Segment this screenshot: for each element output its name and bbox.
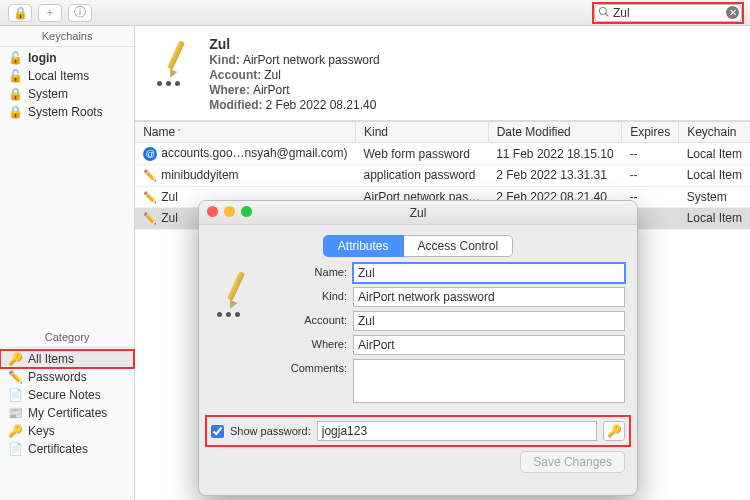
sidebar-item-label: Secure Notes: [28, 388, 101, 402]
keychain-system-roots[interactable]: 🔒System Roots: [0, 103, 134, 121]
search-input[interactable]: [594, 4, 742, 22]
toolbar-left: 🔒 ＋ ⓘ: [8, 4, 92, 22]
add-button[interactable]: ＋: [38, 4, 62, 22]
sidebar-item-label: My Certificates: [28, 406, 107, 420]
cell: 2 Feb 2022 13.31.31: [488, 165, 621, 187]
password-assistant-button[interactable]: 🔑: [603, 421, 625, 441]
pencil-icon: ✏️: [143, 212, 157, 226]
table-header-row: Name˄ Kind Date Modified Expires Keychai…: [135, 122, 750, 143]
note-icon: 📄: [8, 388, 22, 402]
key-icon: 🔑: [8, 352, 22, 366]
category-certificates[interactable]: 📄Certificates: [0, 440, 134, 458]
label-account: Account:: [281, 311, 353, 326]
keychains-list: 🔓login 🔓Local Items 🔒System 🔒System Root…: [0, 47, 134, 123]
label-where: Where:: [281, 335, 353, 350]
col-expires[interactable]: Expires: [622, 122, 679, 143]
cell: 11 Feb 2022 18.15.10: [488, 143, 621, 165]
zoom-window-button[interactable]: [241, 206, 252, 217]
label-name: Name:: [281, 263, 353, 278]
svg-line-1: [606, 13, 609, 16]
modal-title-text: Zul: [410, 206, 427, 220]
category-list: 🔑All Items ✏️Passwords 📄Secure Notes 📰My…: [0, 348, 134, 460]
item-info-modal: Zul Attributes Access Control Name: Kind…: [198, 200, 638, 496]
key-icon: 🔑: [8, 424, 22, 438]
label-comments: Comments:: [281, 359, 353, 374]
col-kind[interactable]: Kind: [355, 122, 488, 143]
keychain-login[interactable]: 🔓login: [0, 49, 134, 67]
show-password-checkbox[interactable]: [211, 425, 224, 438]
name-field[interactable]: [353, 263, 625, 283]
close-window-button[interactable]: [207, 206, 218, 217]
detail-title: Zul: [209, 36, 379, 52]
label-kind: Kind:: [281, 287, 353, 302]
category-my-certificates[interactable]: 📰My Certificates: [0, 404, 134, 422]
cert-icon: 📰: [8, 406, 22, 420]
cell: Local Item: [679, 165, 750, 187]
minimize-window-button[interactable]: [224, 206, 235, 217]
lock-open-icon: 🔓: [8, 51, 22, 65]
lock-closed-icon: 🔒: [8, 87, 22, 101]
clear-search-icon[interactable]: ✕: [726, 6, 739, 19]
col-keychain[interactable]: Keychain: [679, 122, 750, 143]
cell: System: [679, 186, 750, 208]
cell: Local Item: [679, 208, 750, 230]
pencil-icon: ✏️: [143, 190, 157, 204]
detail-account: Account: Zul: [209, 68, 379, 82]
cell: Zul: [161, 211, 178, 225]
keychains-header: Keychains: [0, 26, 134, 47]
cell: application password: [355, 165, 488, 187]
lock-closed-icon: 🔒: [8, 105, 22, 119]
toolbar: 🔒 ＋ ⓘ ✕: [0, 0, 750, 26]
save-changes-button[interactable]: Save Changes: [520, 451, 625, 473]
sidebar: Keychains 🔓login 🔓Local Items 🔒System 🔒S…: [0, 26, 135, 500]
modal-footer: Save Changes: [199, 443, 637, 481]
kind-field[interactable]: [353, 287, 625, 307]
sidebar-item-label: System Roots: [28, 105, 103, 119]
detail-text: Zul Kind: AirPort network password Accou…: [209, 36, 379, 112]
cert-icon: 📄: [8, 442, 22, 456]
tab-access-control[interactable]: Access Control: [404, 235, 514, 257]
category-all-items[interactable]: 🔑All Items: [0, 350, 134, 368]
info-button[interactable]: ⓘ: [68, 4, 92, 22]
pencil-icon: ✏️: [143, 169, 157, 183]
cell: --: [622, 165, 679, 187]
password-field[interactable]: [317, 421, 597, 441]
modal-titlebar[interactable]: Zul: [199, 201, 637, 225]
table-row[interactable]: ✏️minibuddyitem application password 2 F…: [135, 165, 750, 187]
sidebar-item-label: Passwords: [28, 370, 87, 384]
sort-asc-icon: ˄: [177, 128, 182, 138]
cell: Local Item: [679, 143, 750, 165]
show-password-row-highlight: Show password: 🔑: [209, 419, 627, 443]
table-row[interactable]: @accounts.goo…nsyah@gmail.com) Web form …: [135, 143, 750, 165]
col-date[interactable]: Date Modified: [488, 122, 621, 143]
tab-attributes[interactable]: Attributes: [323, 235, 404, 257]
show-password-label: Show password:: [230, 425, 311, 437]
attributes-form: Name: Kind: Account: Where: Comments:: [281, 263, 625, 407]
sidebar-item-label: System: [28, 87, 68, 101]
account-field[interactable]: [353, 311, 625, 331]
category-keys[interactable]: 🔑Keys: [0, 422, 134, 440]
comments-field[interactable]: [353, 359, 625, 403]
where-field[interactable]: [353, 335, 625, 355]
keychain-local-items[interactable]: 🔓Local Items: [0, 67, 134, 85]
cell: Web form password: [355, 143, 488, 165]
category-secure-notes[interactable]: 📄Secure Notes: [0, 386, 134, 404]
item-detail-header: Zul Kind: AirPort network password Accou…: [135, 26, 750, 121]
pencil-icon: ✏️: [8, 370, 22, 384]
sidebar-item-label: Local Items: [28, 69, 89, 83]
lock-open-icon: 🔓: [8, 69, 22, 83]
at-icon: @: [143, 147, 157, 161]
modal-body: Name: Kind: Account: Where: Comments:: [199, 263, 637, 415]
detail-where: Where: AirPort: [209, 83, 379, 97]
cell: Zul: [161, 190, 178, 204]
detail-modified: Modified: 2 Feb 2022 08.21.40: [209, 98, 379, 112]
category-passwords[interactable]: ✏️Passwords: [0, 368, 134, 386]
key-icon: 🔑: [607, 424, 622, 438]
item-large-icon: [151, 36, 195, 80]
lock-button[interactable]: 🔒: [8, 4, 32, 22]
cell: minibuddyitem: [161, 168, 238, 182]
category-header: Category: [0, 327, 134, 348]
col-name[interactable]: Name˄: [135, 122, 355, 143]
search-field-wrap: ✕: [594, 4, 742, 22]
keychain-system[interactable]: 🔒System: [0, 85, 134, 103]
